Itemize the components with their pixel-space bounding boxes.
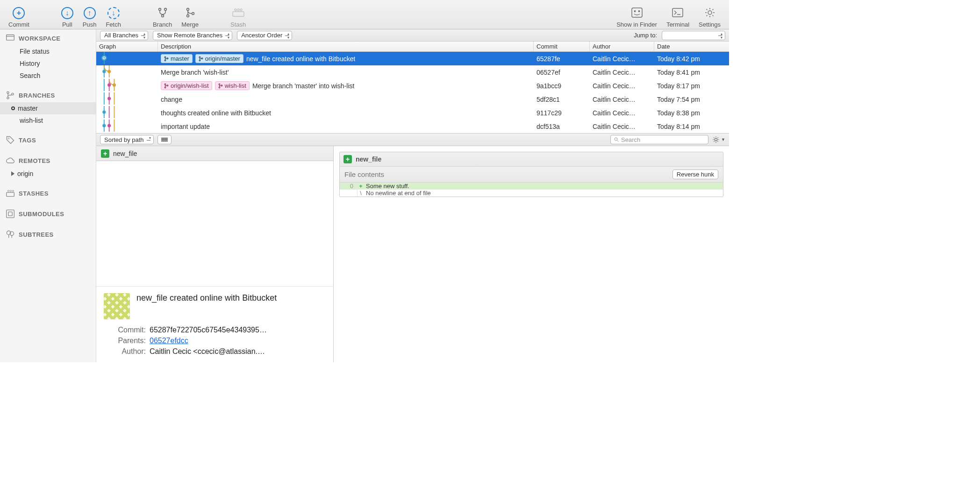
reverse-hunk-button[interactable]: Reverse hunk [672,169,718,179]
commit-row[interactable]: thoughts created online with Bitbucket91… [96,106,729,120]
sidebar-branch-master[interactable]: master [0,102,96,114]
gear-icon [712,136,720,143]
sidebar: WORKSPACE File status History Search BRA… [0,29,96,362]
commit-button[interactable]: + Commit [4,1,34,28]
commit-row[interactable]: Merge branch 'wish-list'06527efCaitlin C… [96,65,729,79]
commit-date: Today 7:54 pm [654,92,729,106]
commit-description: change [161,96,182,103]
tag-icon [6,135,15,145]
svg-point-3 [186,8,189,11]
fetch-button[interactable]: ↓ Fetch [101,1,126,28]
sidebar-item-history[interactable]: History [0,57,96,70]
push-button[interactable]: ↑ Push [78,1,101,28]
order-select[interactable]: Ancestor Order ▴▾ [237,31,292,40]
svg-rect-20 [7,192,14,196]
terminal-icon [671,6,684,19]
stash-button[interactable]: Stash [226,1,250,28]
svg-rect-6 [233,12,244,16]
sort-select[interactable]: Sorted by path ▾ [100,135,154,144]
added-file-icon: + [101,149,109,158]
stash-icon [232,6,245,19]
svg-point-61 [102,124,106,127]
sidebar-section-workspace[interactable]: WORKSPACE [0,29,96,45]
svg-point-31 [165,56,166,58]
svg-point-2 [161,15,164,17]
terminal-button[interactable]: Terminal [662,1,694,28]
sidebar-remote-origin[interactable]: origin [0,168,96,180]
file-options-button[interactable]: ▼ [712,135,725,144]
author-label: Author: [104,347,146,356]
diff-lines: 0+Some new stuff.\ No newline at end of … [340,183,723,197]
commit-row[interactable]: masterorigin/masternew_file created onli… [96,52,729,65]
svg-point-8 [237,9,239,11]
remote-filter-select[interactable]: Show Remote Branches ▴▾ [153,31,232,40]
commit-author: Caitlin Cecic… [590,92,654,106]
sidebar-section-subtrees[interactable]: SUBTREES [0,225,96,241]
branch-badge: origin/wish-list [161,81,212,90]
file-row[interactable]: + new_file [96,146,333,161]
header-date[interactable]: Date [654,42,729,51]
parent-commit-link[interactable]: 06527efdcc [150,337,188,345]
svg-point-21 [7,190,9,191]
sidebar-branch-wish-list[interactable]: wish-list [0,114,96,127]
gear-icon [703,6,716,19]
stash-icon [6,189,15,198]
finder-icon [630,6,644,19]
svg-point-16 [7,92,9,93]
cloud-icon [6,156,15,165]
subtrees-icon [6,230,15,239]
commits-list: masterorigin/masternew_file created onli… [96,52,729,133]
commit-row[interactable]: important updatedcf513aCaitlin Cecic…Tod… [96,120,729,133]
svg-point-11 [634,11,635,12]
header-graph[interactable]: Graph [96,42,158,51]
svg-point-5 [192,13,194,15]
commit-row[interactable]: change5df28c1Caitlin Cecic…Today 7:54 pm [96,92,729,106]
submodules-icon [6,209,15,218]
sidebar-section-tags[interactable]: TAGS [0,131,96,147]
commit-hash: 9117c29 [534,106,590,120]
svg-point-50 [219,87,220,88]
settings-button[interactable]: Settings [694,1,725,28]
svg-point-7 [235,9,236,11]
sidebar-section-submodules[interactable]: SUBMODULES [0,205,96,221]
commit-author: Caitlin Cecic… [590,106,654,120]
merge-button[interactable]: Merge [177,1,203,28]
diff-file-header: + new_file [340,152,723,167]
header-author[interactable]: Author [590,42,654,51]
jump-to-label: Jump to: [634,32,657,39]
svg-point-66 [715,138,717,141]
sidebar-section-stashes[interactable]: STASHES [0,184,96,200]
commit-date: Today 8:41 pm [654,65,729,79]
monitor-icon [6,34,15,43]
commit-label: Commit: [104,326,146,334]
commit-author: Caitlin Cecic… [590,65,654,79]
show-in-finder-button[interactable]: Show in Finder [612,1,662,28]
svg-point-34 [199,56,200,58]
svg-point-19 [8,138,9,139]
commit-hash-full: 65287fe722705c67545e4349395… [150,326,326,334]
branch-filter-select[interactable]: All Branches ▴▾ [100,31,148,40]
sidebar-item-file-status[interactable]: File status [0,45,96,57]
sidebar-section-remotes[interactable]: REMOTES [0,152,96,168]
file-search-input[interactable]: Search [610,135,708,144]
svg-point-1 [164,8,166,11]
jump-to-select[interactable]: ▴▾ [662,31,725,40]
branch-button[interactable]: Branch [148,1,177,28]
header-description[interactable]: Description [158,42,534,51]
svg-point-65 [615,138,617,141]
commit-author: Caitlin Cecic… [590,79,654,92]
file-toolbar: Sorted by path ▾ Search ▼ [96,133,729,146]
branch-badge: origin/master [195,54,243,63]
svg-point-0 [158,8,161,11]
sidebar-item-search[interactable]: Search [0,70,96,82]
commit-description: Merge branch 'master' into wish-list [252,82,355,90]
sidebar-section-branches[interactable]: BRANCHES [0,86,96,102]
commit-row[interactable]: origin/wish-listwish-listMerge branch 'm… [96,79,729,92]
current-branch-icon [11,106,15,110]
diff-line: \ No newline at end of file [340,190,723,197]
diff-section-title: File contents [344,170,384,178]
pull-button[interactable]: ↓ Pull [57,1,78,28]
commit-description: important update [161,123,210,130]
header-commit[interactable]: Commit [534,42,590,51]
list-view-button[interactable] [157,135,172,144]
